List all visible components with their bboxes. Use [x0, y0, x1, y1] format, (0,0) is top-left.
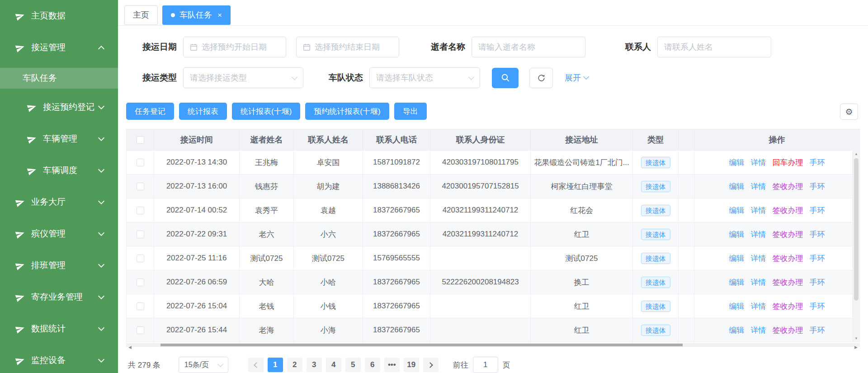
- refresh-button[interactable]: [529, 68, 553, 88]
- scroll-left-icon[interactable]: ◀: [126, 343, 134, 351]
- row-checkbox-cell: [127, 294, 154, 318]
- sidebar-item-5[interactable]: 车辆管理: [0, 123, 118, 155]
- action-link-手环[interactable]: 手环: [810, 301, 825, 312]
- action-link-详情[interactable]: 详情: [751, 229, 766, 240]
- sidebar-item-label: 主页数据: [31, 10, 118, 22]
- sidebar-item-label: 车辆调度: [43, 165, 99, 176]
- fleet-status-select[interactable]: 请选择车队状态: [369, 67, 480, 88]
- sidebar-item-label: 接运预约登记: [43, 101, 99, 113]
- date-start-input[interactable]: 选择预约开始日期: [183, 37, 286, 57]
- deceased-name-input[interactable]: [472, 37, 585, 57]
- page-button-6[interactable]: 6: [365, 358, 380, 372]
- vertical-scrollbar[interactable]: ▲ ▼: [853, 150, 859, 342]
- action-link-编辑[interactable]: 编辑: [729, 325, 745, 335]
- action-link-手环[interactable]: 手环: [810, 229, 825, 240]
- horizontal-scrollbar[interactable]: ◀ ▶: [126, 343, 860, 347]
- pickup-type-select[interactable]: 请选择接运类型: [183, 67, 303, 88]
- scroll-right-icon[interactable]: ▶: [852, 343, 860, 351]
- page-button-4[interactable]: 4: [326, 358, 341, 372]
- action-link-详情[interactable]: 详情: [751, 205, 766, 216]
- sidebar-item-label: 业务大厅: [31, 196, 99, 208]
- action-link-手环[interactable]: 手环: [810, 277, 825, 288]
- page-button-19[interactable]: 19: [404, 358, 419, 372]
- goto-page-input[interactable]: [473, 357, 498, 373]
- action-link-签收办理[interactable]: 签收办理: [773, 253, 803, 264]
- row-checkbox[interactable]: [137, 207, 144, 214]
- sidebar-item-2[interactable]: 接运管理: [0, 32, 118, 63]
- row-checkbox[interactable]: [137, 183, 144, 190]
- action-link-签收办理[interactable]: 签收办理: [773, 205, 803, 216]
- action-link-详情[interactable]: 详情: [751, 157, 766, 168]
- row-checkbox[interactable]: [137, 279, 144, 286]
- close-icon[interactable]: ×: [217, 11, 222, 19]
- sidebar-item-8[interactable]: 殡仪管理: [0, 218, 118, 250]
- action-link-手环[interactable]: 手环: [810, 157, 825, 168]
- page-size-select[interactable]: 15条/页: [179, 357, 228, 373]
- scroll-up-icon[interactable]: ▲: [853, 150, 859, 157]
- action-link-签收办理[interactable]: 签收办理: [773, 181, 803, 192]
- sidebar-item-1[interactable]: 主页数据: [0, 0, 118, 32]
- action-link-签收办理[interactable]: 签收办理: [773, 229, 803, 240]
- sidebar-item-9[interactable]: 排班管理: [0, 250, 118, 281]
- action-link-签收办理[interactable]: 签收办理: [773, 301, 803, 312]
- sidebar-item-3[interactable]: 车队任务: [0, 68, 118, 89]
- page-button-5[interactable]: 5: [345, 358, 361, 372]
- sidebar-item-label: 数据统计: [31, 323, 99, 335]
- sidebar-item-4[interactable]: 接运预约登记: [0, 91, 118, 123]
- action-link-详情[interactable]: 详情: [751, 181, 766, 192]
- toolbar-button-5[interactable]: 导出: [394, 103, 427, 120]
- cell-contact: 卓安国: [294, 151, 363, 174]
- sidebar-item-7[interactable]: 业务大厅: [0, 186, 118, 218]
- action-link-编辑[interactable]: 编辑: [729, 229, 745, 240]
- prev-page-button[interactable]: [248, 358, 264, 372]
- tab-1[interactable]: 主页: [124, 5, 158, 25]
- action-link-详情[interactable]: 详情: [751, 301, 766, 312]
- search-button[interactable]: [492, 68, 519, 88]
- page-button-3[interactable]: 3: [307, 358, 322, 372]
- toolbar-button-3[interactable]: 统计报表(十堰): [232, 103, 300, 120]
- action-link-详情[interactable]: 详情: [751, 325, 766, 335]
- action-link-编辑[interactable]: 编辑: [729, 157, 745, 168]
- sidebar-item-12[interactable]: 监控设备: [0, 345, 118, 373]
- action-link-编辑[interactable]: 编辑: [729, 301, 745, 312]
- action-link-手环[interactable]: 手环: [810, 325, 825, 335]
- page-button-2[interactable]: 2: [287, 358, 302, 372]
- select-all-checkbox[interactable]: [137, 136, 144, 144]
- toolbar-button-1[interactable]: 任务登记: [126, 103, 174, 120]
- row-checkbox[interactable]: [137, 231, 144, 238]
- row-checkbox[interactable]: [137, 302, 144, 310]
- action-link-详情[interactable]: 详情: [751, 253, 766, 264]
- sidebar-item-6[interactable]: 车辆调度: [0, 155, 118, 186]
- action-link-编辑[interactable]: 编辑: [729, 181, 745, 192]
- action-link-手环[interactable]: 手环: [810, 181, 825, 192]
- action-link-编辑[interactable]: 编辑: [729, 205, 745, 216]
- action-link-手环[interactable]: 手环: [810, 253, 825, 264]
- toolbar-button-2[interactable]: 统计报表: [179, 103, 227, 120]
- row-checkbox[interactable]: [137, 255, 144, 262]
- column-header-5: 联系人电话: [363, 129, 430, 150]
- vertical-scroll-thumb[interactable]: [854, 158, 859, 301]
- next-page-button[interactable]: [423, 358, 439, 372]
- horizontal-scroll-thumb[interactable]: [160, 344, 683, 346]
- action-link-回车办理[interactable]: 回车办理: [773, 157, 803, 168]
- row-checkbox[interactable]: [137, 159, 144, 166]
- sidebar-item-10[interactable]: 寄存业务管理: [0, 281, 118, 313]
- action-link-详情[interactable]: 详情: [751, 277, 766, 288]
- date-end-input[interactable]: 选择预约结束日期: [296, 37, 399, 57]
- expand-filters-link[interactable]: 展开: [565, 72, 588, 83]
- cell-id-card: 420303197108011795: [430, 151, 531, 174]
- settings-button[interactable]: ⚙: [840, 104, 858, 120]
- contact-input[interactable]: [657, 37, 771, 57]
- action-link-编辑[interactable]: 编辑: [729, 253, 745, 264]
- toolbar-button-4[interactable]: 预约统计报表(十堰): [305, 103, 389, 120]
- sidebar-item-11[interactable]: 数据统计: [0, 313, 118, 345]
- tab-2[interactable]: 车队任务×: [162, 5, 231, 25]
- more-pages-button[interactable]: •••: [384, 358, 400, 372]
- page-button-1[interactable]: 1: [268, 358, 283, 372]
- action-link-手环[interactable]: 手环: [810, 205, 825, 216]
- action-link-签收办理[interactable]: 签收办理: [773, 325, 803, 335]
- action-link-签收办理[interactable]: 签收办理: [773, 277, 803, 288]
- row-checkbox[interactable]: [137, 326, 144, 334]
- action-link-编辑[interactable]: 编辑: [729, 277, 745, 288]
- scroll-down-icon[interactable]: ▼: [853, 335, 859, 342]
